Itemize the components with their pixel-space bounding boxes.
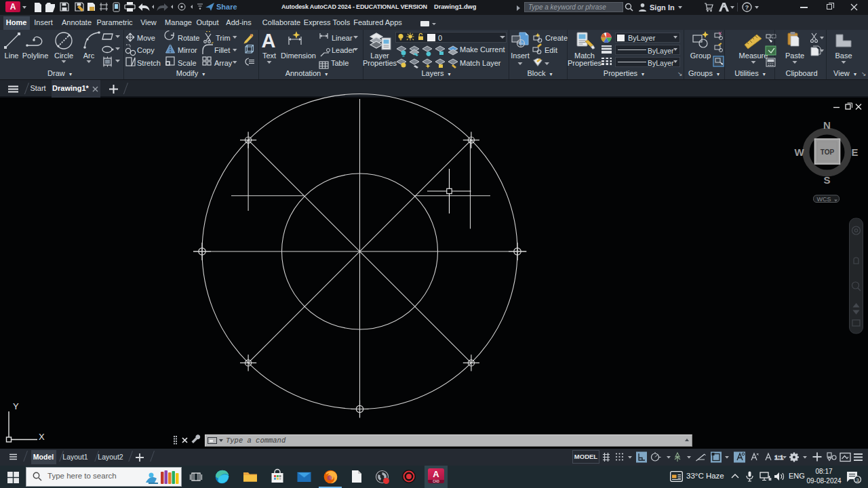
svg-text:A: A [262, 30, 276, 52]
svg-text:Y: Y [13, 401, 19, 411]
svg-text:N: N [823, 119, 831, 131]
svg-text:1:1: 1:1 [774, 453, 783, 461]
svg-text:S: S [823, 174, 830, 186]
svg-text:3: 3 [856, 477, 859, 483]
svg-text:W: W [794, 146, 804, 158]
svg-text:E: E [851, 146, 858, 158]
svg-text:?: ? [745, 4, 749, 11]
svg-text:X: X [39, 432, 45, 442]
svg-text:TOP: TOP [821, 148, 835, 156]
svg-text:WCS: WCS [817, 196, 831, 203]
